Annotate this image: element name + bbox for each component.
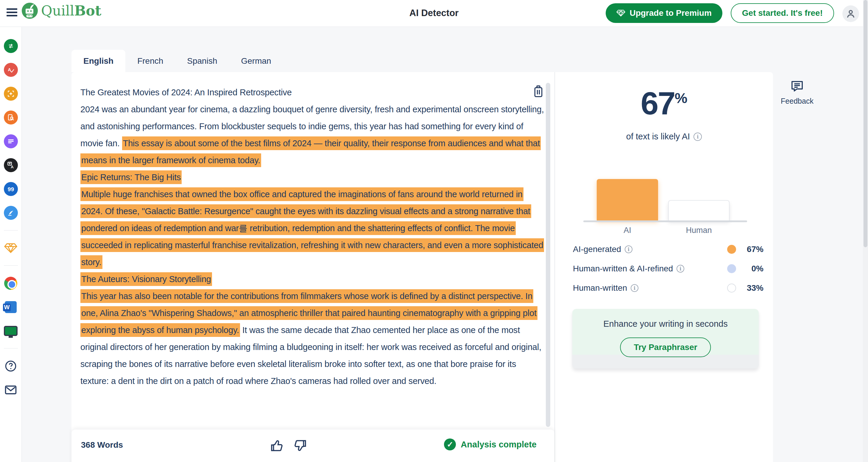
sidebar-item-translator[interactable]: A [4,158,18,172]
highlighted-text-segment: The Auteurs: Visionary Storytelling [81,272,212,286]
paragraph: Epic Returns: The Big Hits [81,169,545,186]
translator-icon: A [7,161,15,169]
check-icon: ✓ [444,438,456,451]
sidebar-item-word-addin[interactable]: W [4,300,18,314]
editor-content[interactable]: The Greatest Movies of 2024: An Inspired… [81,84,545,430]
human-bar-label: Human [668,226,730,235]
paraphraser-icon [7,42,15,50]
mail-icon [4,383,17,397]
paragraph: This year has also been notable for the … [81,288,545,390]
paragraph: 2024 was an abundant year for cinema, a … [81,101,545,169]
paragraph: The Greatest Movies of 2024: An Inspired… [81,84,545,101]
svg-text:A: A [10,165,13,169]
flow-icon [7,209,15,217]
legend-label: AI-generatedi [573,245,632,254]
score-legend: AI-generatedi67%Human-written & AI-refin… [573,240,764,298]
tab-spanish[interactable]: Spanish [175,50,229,72]
highlighted-text-segment: Epic Returns: The Big Hits [81,171,182,184]
ai-human-bar-chart: AI Human [555,72,773,239]
editor-scrollbar[interactable] [546,83,550,427]
page-scrollbar[interactable] [863,0,868,462]
feedback-icon [790,80,804,93]
legend-value: 33% [736,283,764,293]
account-avatar[interactable] [842,5,859,22]
chart-baseline [583,220,747,222]
legend-dot [727,264,736,273]
chrome-icon [4,277,17,290]
citation-generator-icon: 99 [7,185,15,193]
trash-icon [532,85,544,98]
legend-row: Human-written & AI-refinedi0% [573,259,764,278]
thumbs-down-button[interactable] [292,438,307,455]
summarizer-icon [7,137,15,145]
tab-german[interactable]: German [229,50,283,72]
feedback-label: Feedback [773,97,821,105]
thumbs-up-icon [270,438,285,453]
info-icon[interactable]: i [631,284,639,292]
sidebar-item-chrome-extension[interactable] [4,276,18,290]
info-icon[interactable]: i [677,265,684,273]
premium-diamond-icon [616,9,625,18]
plagiarism-checker-icon [7,114,15,122]
try-paraphraser-button[interactable]: Try Paraphraser [620,338,711,357]
paragraph: The Auteurs: Visionary Storytelling [81,271,545,288]
legend-value: 67% [736,245,764,254]
tab-english[interactable]: English [71,50,125,72]
desktop-app-icon [4,326,18,336]
info-icon[interactable]: i [625,245,632,253]
highlighted-text-segment: Multiple huge franchises that owned the … [81,187,544,269]
help-icon [4,360,17,372]
tool-sidebar: AA99 W [0,27,22,462]
legend-label: Human-writteni [573,283,639,293]
thumbs-down-icon [292,438,307,453]
word-count: 368 Words [81,440,123,450]
legend-row: Human-writteni33% [573,278,764,298]
thumbs-up-button[interactable] [270,438,285,455]
analysis-status: ✓ Analysis complete [444,438,536,451]
main-area: EnglishFrenchSpanishGerman The Greatest … [22,27,868,462]
header: QuillBot AI Detector Upgrade to Premium … [0,0,868,27]
paragraph: Multiple huge franchises that owned the … [81,186,545,271]
legend-row: AI-generatedi67% [573,240,764,259]
human-bar [668,200,730,220]
upgrade-premium-button[interactable]: Upgrade to Premium [606,3,722,23]
sidebar-item-paraphraser[interactable] [4,39,18,53]
sidebar-divider [4,348,18,348]
premium-diamond-icon [4,242,17,255]
legend-label: Human-written & AI-refinedi [573,264,684,273]
paraphraser-promo-card: Enhance your writing in seconds Try Para… [572,309,759,368]
sidebar-item-ai-detector[interactable] [4,87,18,101]
sidebar-item-citation-generator[interactable]: 99 [4,182,18,196]
ms-word-icon: W [5,301,17,313]
legend-dot [727,245,736,254]
status-label: Analysis complete [461,440,536,450]
sidebar-item-contact[interactable] [4,383,18,397]
text-segment: The Greatest Movies of 2024: An Inspired… [81,88,292,97]
person-icon [846,9,856,19]
highlighted-text-segment: This essay is about some of the best fil… [81,136,541,167]
sidebar-item-help[interactable] [4,359,18,373]
ai-bar-label: AI [597,226,658,235]
grammar-checker-icon: A [7,66,15,74]
sidebar-item-plagiarism-checker[interactable] [4,111,18,124]
sidebar-item-summarizer[interactable] [4,134,18,148]
feedback-button[interactable]: Feedback [773,80,821,105]
ai-detector-icon [7,90,15,98]
sidebar-item-premium[interactable] [4,241,18,255]
results-panel: 67% of text is likely AI i AI Human AI-g… [555,72,773,462]
text-editor[interactable]: The Greatest Movies of 2024: An Inspired… [71,72,554,462]
detector-card: The Greatest Movies of 2024: An Inspired… [71,72,773,462]
legend-value: 0% [736,264,764,273]
sidebar-item-desktop-app[interactable] [4,324,18,338]
legend-dot [727,284,736,292]
sidebar-item-grammar-checker[interactable]: A [4,63,18,77]
editor-footer: 368 Words ✓ Analysis complete [71,430,554,462]
delete-text-button[interactable] [532,85,546,99]
svg-text:99: 99 [7,186,14,192]
tab-french[interactable]: French [125,50,175,72]
promo-title: Enhance your writing in seconds [572,319,759,329]
get-started-button[interactable]: Get started. It's free! [731,3,834,23]
sidebar-divider [4,230,18,230]
sidebar-item-flow[interactable] [4,206,18,220]
ai-bar [597,179,658,220]
